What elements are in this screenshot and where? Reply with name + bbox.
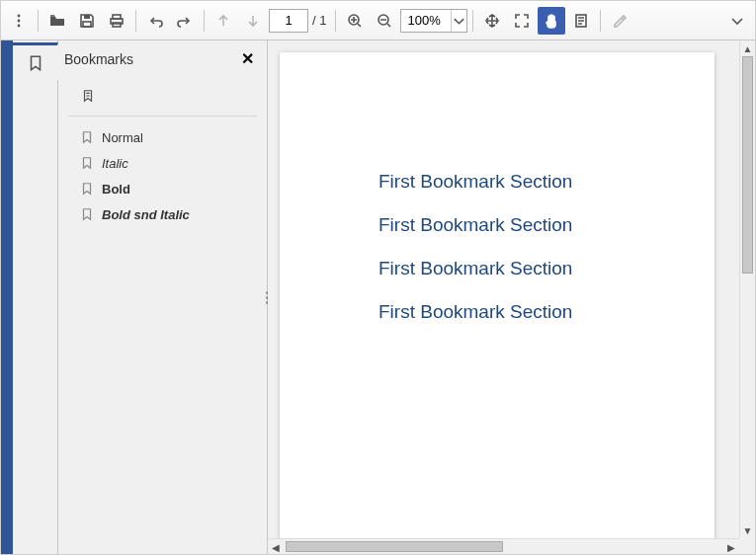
bookmark-label: Italic xyxy=(102,156,128,171)
bookmarks-list: Normal Italic Bold Bold snd Italic xyxy=(58,117,267,227)
panel-header: Bookmarks ✕ xyxy=(58,40,267,78)
zoom-out-button[interactable] xyxy=(371,7,398,35)
bookmark-icon xyxy=(80,182,94,196)
body-area: Bookmarks ✕ Normal Italic B xyxy=(1,40,755,554)
bookmark-label: Bold snd Italic xyxy=(102,207,190,222)
bookmark-label: Bold xyxy=(102,182,130,197)
main-toolbar: / 1 100% xyxy=(1,1,755,40)
fit-width-button[interactable] xyxy=(478,7,506,35)
print-button[interactable] xyxy=(103,7,130,35)
close-panel-button[interactable]: ✕ xyxy=(237,49,257,69)
zoom-combo[interactable]: 100% xyxy=(400,9,467,33)
scroll-left-icon[interactable]: ◀ xyxy=(268,539,284,554)
zoom-dropdown-icon[interactable] xyxy=(451,10,466,32)
bookmark-item[interactable]: Normal xyxy=(80,124,267,150)
panel-toolbar xyxy=(68,78,257,117)
bookmarks-tab[interactable] xyxy=(13,42,58,80)
document-heading: First Bookmark Section xyxy=(378,258,714,279)
page-number-input[interactable] xyxy=(269,9,308,33)
document-heading: First Bookmark Section xyxy=(378,171,714,193)
document-viewport[interactable]: First Bookmark Section First Bookmark Se… xyxy=(268,40,755,554)
scroll-corner xyxy=(739,538,755,554)
pan-tool-button[interactable] xyxy=(538,7,565,35)
document-area: First Bookmark Section First Bookmark Se… xyxy=(268,40,755,554)
highlight-tool-button[interactable] xyxy=(606,7,633,35)
svg-rect-3 xyxy=(84,15,90,19)
svg-point-0 xyxy=(18,14,21,17)
save-button[interactable] xyxy=(73,7,101,35)
bookmark-icon xyxy=(80,156,94,170)
bookmark-item[interactable]: Bold snd Italic xyxy=(80,201,267,227)
horizontal-scrollbar[interactable]: ◀ ▶ xyxy=(268,538,739,554)
fit-page-button[interactable] xyxy=(508,7,536,35)
bookmark-label: Normal xyxy=(102,130,143,145)
bookmark-icon xyxy=(80,207,94,221)
svg-point-2 xyxy=(18,24,21,27)
bookmark-options-button[interactable] xyxy=(76,84,100,108)
bookmarks-panel: Bookmarks ✕ Normal Italic B xyxy=(58,40,268,554)
scroll-down-icon[interactable]: ▼ xyxy=(740,522,755,538)
panel-title: Bookmarks xyxy=(64,51,237,67)
menu-button[interactable] xyxy=(5,7,33,35)
svg-rect-7 xyxy=(113,23,121,27)
horizontal-scroll-thumb[interactable] xyxy=(286,541,503,552)
vertical-scrollbar[interactable]: ▲ ▼ xyxy=(739,40,755,538)
svg-point-1 xyxy=(18,19,21,22)
pdf-viewer-app: / 1 100% xyxy=(0,0,756,555)
redo-button[interactable] xyxy=(171,7,199,35)
prev-page-button[interactable] xyxy=(210,7,237,35)
document-page: First Bookmark Section First Bookmark Se… xyxy=(280,52,714,554)
scroll-up-icon[interactable]: ▲ xyxy=(740,40,755,56)
left-accent-strip xyxy=(1,40,13,554)
select-tool-button[interactable] xyxy=(567,7,595,35)
document-heading: First Bookmark Section xyxy=(378,214,714,236)
page-total-label: / 1 xyxy=(312,13,326,28)
scroll-right-icon[interactable]: ▶ xyxy=(723,539,739,554)
svg-rect-4 xyxy=(83,22,91,27)
open-button[interactable] xyxy=(43,7,71,35)
bookmark-item[interactable]: Italic xyxy=(80,150,267,176)
overflow-menu-button[interactable] xyxy=(723,7,751,35)
document-heading: First Bookmark Section xyxy=(378,301,714,323)
undo-button[interactable] xyxy=(141,7,169,35)
side-tab-strip xyxy=(13,40,58,554)
bookmark-icon xyxy=(80,130,94,144)
bookmark-item[interactable]: Bold xyxy=(80,176,267,201)
next-page-button[interactable] xyxy=(239,7,267,35)
zoom-in-button[interactable] xyxy=(341,7,369,35)
zoom-value: 100% xyxy=(401,13,451,28)
vertical-scroll-thumb[interactable] xyxy=(742,56,753,274)
